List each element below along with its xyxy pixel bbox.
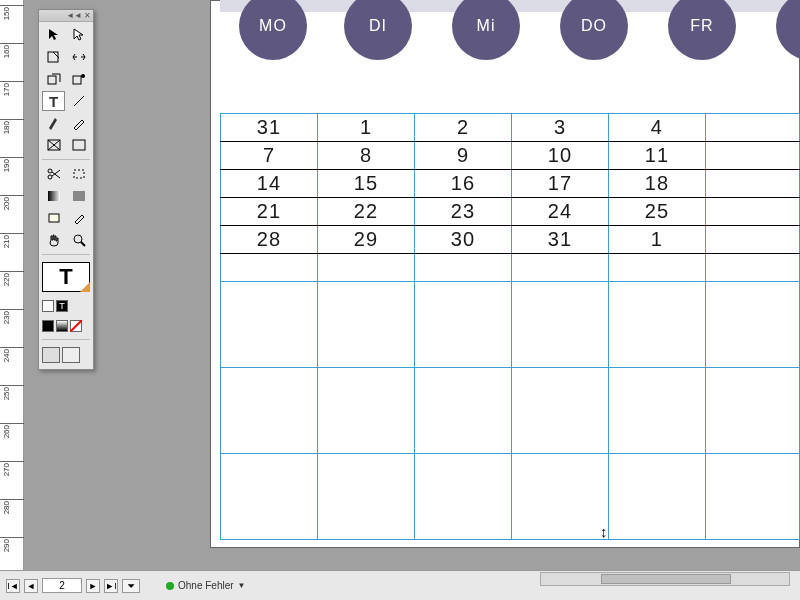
scrollbar-thumb[interactable] bbox=[601, 574, 731, 584]
date-cell[interactable]: 7 bbox=[221, 142, 318, 170]
date-cell[interactable]: 14 bbox=[221, 170, 318, 198]
tools-panel[interactable]: ◄◄ ✕ T T bbox=[38, 9, 94, 370]
empty-cell[interactable] bbox=[221, 254, 318, 282]
format-container-icon[interactable] bbox=[42, 300, 54, 312]
date-cell[interactable] bbox=[705, 114, 799, 142]
gradient-swatch-tool[interactable] bbox=[42, 186, 65, 206]
empty-cell[interactable] bbox=[414, 254, 511, 282]
format-text-icon[interactable]: T bbox=[56, 300, 68, 312]
date-cell[interactable] bbox=[705, 226, 799, 254]
empty-cell[interactable] bbox=[317, 454, 414, 540]
date-cell[interactable]: 29 bbox=[317, 226, 414, 254]
empty-cell[interactable] bbox=[705, 282, 799, 368]
vertical-ruler[interactable]: 1501601701801902002102202302402502602702… bbox=[0, 0, 24, 570]
date-cell[interactable]: 16 bbox=[414, 170, 511, 198]
date-cell[interactable]: 28 bbox=[221, 226, 318, 254]
empty-cell[interactable] bbox=[608, 254, 705, 282]
date-cell[interactable]: 15 bbox=[317, 170, 414, 198]
empty-cell[interactable] bbox=[705, 368, 799, 454]
gradient-feather-tool[interactable] bbox=[67, 186, 90, 206]
empty-cell[interactable] bbox=[511, 368, 608, 454]
content-placer-tool[interactable] bbox=[67, 69, 90, 89]
ruler-label: 200 bbox=[2, 197, 11, 210]
note-tool[interactable] bbox=[42, 208, 65, 228]
empty-cell[interactable] bbox=[317, 254, 414, 282]
date-cell[interactable]: 3 bbox=[511, 114, 608, 142]
date-cell[interactable]: 1 bbox=[608, 226, 705, 254]
free-transform-tool[interactable] bbox=[67, 164, 90, 184]
date-cell[interactable]: 22 bbox=[317, 198, 414, 226]
tools-panel-header[interactable]: ◄◄ ✕ bbox=[39, 10, 93, 22]
date-cell[interactable] bbox=[705, 142, 799, 170]
empty-cell[interactable] bbox=[608, 454, 705, 540]
date-cell[interactable]: 18 bbox=[608, 170, 705, 198]
empty-cell[interactable] bbox=[221, 368, 318, 454]
apply-none[interactable] bbox=[70, 320, 82, 332]
page-number-input[interactable] bbox=[42, 578, 82, 593]
scissors-tool[interactable] bbox=[42, 164, 65, 184]
date-cell[interactable] bbox=[705, 198, 799, 226]
date-cell[interactable]: 31 bbox=[511, 226, 608, 254]
date-cell[interactable] bbox=[705, 170, 799, 198]
date-cell[interactable]: 24 bbox=[511, 198, 608, 226]
empty-cell[interactable] bbox=[317, 282, 414, 368]
empty-cell[interactable] bbox=[608, 368, 705, 454]
date-cell[interactable]: 9 bbox=[414, 142, 511, 170]
empty-cell[interactable] bbox=[608, 282, 705, 368]
panel-close-icon[interactable]: ✕ bbox=[84, 11, 91, 20]
rectangle-tool[interactable] bbox=[67, 135, 90, 155]
date-cell[interactable]: 30 bbox=[414, 226, 511, 254]
zoom-tool[interactable] bbox=[67, 230, 90, 250]
selection-tool[interactable] bbox=[42, 25, 65, 45]
eyedropper-tool[interactable] bbox=[67, 208, 90, 228]
date-cell[interactable]: 2 bbox=[414, 114, 511, 142]
empty-cell[interactable] bbox=[317, 368, 414, 454]
normal-view-icon[interactable] bbox=[42, 347, 60, 363]
type-tool[interactable]: T bbox=[42, 91, 65, 111]
page-menu-button[interactable]: ⏷ bbox=[122, 579, 140, 593]
prev-page-button[interactable]: ◄ bbox=[24, 579, 38, 593]
empty-cell[interactable] bbox=[705, 454, 799, 540]
date-cell[interactable]: 25 bbox=[608, 198, 705, 226]
empty-cell[interactable] bbox=[414, 454, 511, 540]
line-tool[interactable] bbox=[67, 91, 90, 111]
date-cell[interactable]: 31 bbox=[221, 114, 318, 142]
status-dropdown-icon[interactable]: ▼ bbox=[238, 581, 246, 590]
horizontal-scrollbar[interactable] bbox=[540, 572, 790, 586]
empty-cell[interactable] bbox=[511, 282, 608, 368]
empty-cell[interactable] bbox=[221, 282, 318, 368]
page-tool[interactable] bbox=[42, 47, 65, 67]
date-cell[interactable]: 21 bbox=[221, 198, 318, 226]
date-cell[interactable]: 23 bbox=[414, 198, 511, 226]
empty-cell[interactable] bbox=[705, 254, 799, 282]
empty-cell[interactable] bbox=[414, 282, 511, 368]
next-page-button[interactable]: ► bbox=[86, 579, 100, 593]
content-collector-tool[interactable] bbox=[42, 69, 65, 89]
date-cell[interactable]: 8 bbox=[317, 142, 414, 170]
ruler-label: 150 bbox=[2, 7, 11, 20]
calendar-table[interactable]: 3112347891011141516171821222324252829303… bbox=[220, 113, 800, 540]
fill-stroke-proxy[interactable]: T bbox=[42, 262, 90, 292]
gap-tool[interactable] bbox=[67, 47, 90, 67]
panel-collapse-icon[interactable]: ◄◄ bbox=[66, 11, 82, 20]
apply-gradient[interactable] bbox=[56, 320, 68, 332]
last-page-button[interactable]: ►I bbox=[104, 579, 118, 593]
preflight-status[interactable]: Ohne Fehler ▼ bbox=[166, 580, 246, 591]
empty-cell[interactable] bbox=[414, 368, 511, 454]
date-cell[interactable]: 10 bbox=[511, 142, 608, 170]
date-cell[interactable]: 4 bbox=[608, 114, 705, 142]
hand-tool[interactable] bbox=[42, 230, 65, 250]
preview-view-icon[interactable] bbox=[62, 347, 80, 363]
date-cell[interactable]: 17 bbox=[511, 170, 608, 198]
empty-cell[interactable] bbox=[511, 454, 608, 540]
date-cell[interactable]: 11 bbox=[608, 142, 705, 170]
empty-cell[interactable] bbox=[511, 254, 608, 282]
pencil-tool[interactable] bbox=[67, 113, 90, 133]
direct-selection-tool[interactable] bbox=[67, 25, 90, 45]
pen-tool[interactable] bbox=[42, 113, 65, 133]
rectangle-frame-tool[interactable] bbox=[42, 135, 65, 155]
apply-color-black[interactable] bbox=[42, 320, 54, 332]
first-page-button[interactable]: I◄ bbox=[6, 579, 20, 593]
empty-cell[interactable] bbox=[221, 454, 318, 540]
date-cell[interactable]: 1 bbox=[317, 114, 414, 142]
